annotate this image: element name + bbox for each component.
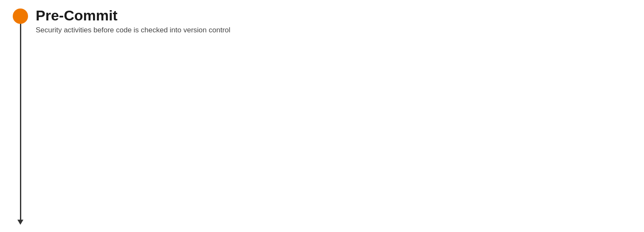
timeline-arrow-icon [17,220,23,225]
header-section: Pre-Commit Security activities before co… [13,9,631,225]
timeline [13,9,28,225]
page-title: Pre-Commit [36,8,230,23]
page-container: Pre-Commit Security activities before co… [13,9,631,232]
page-subtitle: Security activities before code is check… [36,26,230,34]
orange-circle-icon [13,9,28,24]
timeline-line [20,24,21,220]
title-block: Pre-Commit Security activities before co… [36,9,230,34]
